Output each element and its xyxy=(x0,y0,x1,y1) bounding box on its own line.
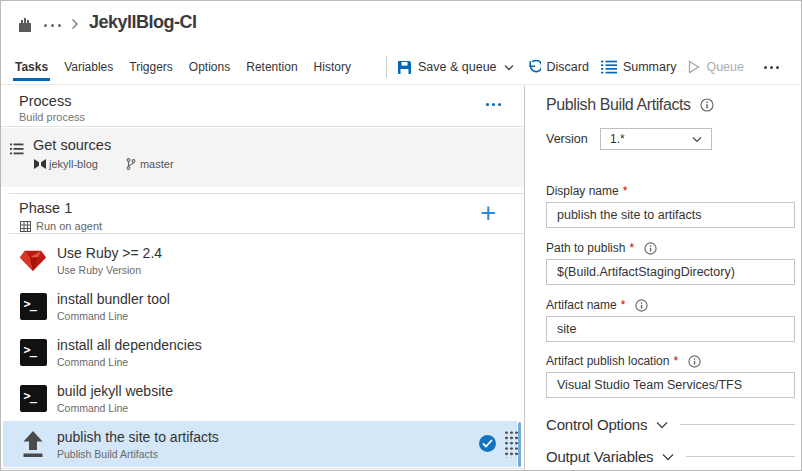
chevron-right-icon xyxy=(71,18,79,30)
task-subtitle: Command Line xyxy=(57,402,128,414)
output-variables-section[interactable]: Output Variables xyxy=(546,448,795,465)
info-icon[interactable] xyxy=(700,98,714,112)
section-divider xyxy=(680,424,795,425)
get-sources-title: Get sources xyxy=(33,137,111,153)
field-label: Display name xyxy=(546,184,619,198)
artifact-publish-location-input[interactable] xyxy=(546,372,795,398)
chevron-down-icon xyxy=(692,136,702,143)
phase-section[interactable]: Phase 1 Run on agent + xyxy=(9,193,524,234)
task-settings-pane: Publish Build Artifacts Version 1.* Disp… xyxy=(526,86,801,470)
field-label: Artifact name xyxy=(546,298,617,312)
build-definition-icon xyxy=(17,16,33,33)
artifact-name-input[interactable] xyxy=(546,316,795,342)
task-row[interactable]: >_ build jekyll website Command Line xyxy=(3,375,517,421)
discard-label: Discard xyxy=(547,60,589,74)
tab-options[interactable]: Options xyxy=(189,49,230,85)
tab-history[interactable]: History xyxy=(314,49,351,85)
branch-icon xyxy=(126,158,136,170)
summary-button[interactable]: Summary xyxy=(601,60,676,74)
task-title: build jekyll website xyxy=(57,383,173,399)
steps-icon xyxy=(10,143,24,156)
agent-grid-icon xyxy=(20,221,31,232)
terminal-icon: >_ xyxy=(19,292,47,320)
toolbar: Save & queue Discard xyxy=(397,49,779,85)
toolbar-divider xyxy=(386,56,387,78)
check-circle-icon xyxy=(479,435,496,452)
repo-icon xyxy=(34,159,46,169)
save-queue-label: Save & queue xyxy=(418,60,497,74)
process-title: Process xyxy=(19,93,71,109)
required-asterisk: * xyxy=(673,354,678,368)
get-sources-section[interactable]: Get sources jekyll-blog master xyxy=(1,128,524,187)
control-options-label: Control Options xyxy=(546,416,647,433)
discard-button[interactable]: Discard xyxy=(526,60,589,75)
info-icon[interactable] xyxy=(688,355,701,368)
task-title: publish the site to artifacts xyxy=(57,429,219,445)
phase-title: Phase 1 xyxy=(19,200,72,216)
branch-name: master xyxy=(140,158,174,170)
tab-triggers[interactable]: Triggers xyxy=(129,49,173,85)
task-subtitle: Command Line xyxy=(57,356,128,368)
field-label: Artifact publish location xyxy=(546,354,669,368)
artifact-publish-location-field: Artifact publish location * xyxy=(546,354,795,398)
task-row[interactable]: >_ install all dependencies Command Line xyxy=(3,329,517,375)
task-subtitle: Command Line xyxy=(57,310,128,322)
version-value: 1.* xyxy=(610,132,625,146)
task-row[interactable]: >_ install bundler tool Command Line xyxy=(3,283,517,329)
required-asterisk: * xyxy=(629,241,634,255)
summary-label: Summary xyxy=(623,60,676,74)
process-subtitle: Build process xyxy=(19,111,85,123)
tab-variables[interactable]: Variables xyxy=(64,49,113,85)
required-asterisk: * xyxy=(621,298,626,312)
play-icon xyxy=(688,60,700,74)
info-icon[interactable] xyxy=(644,242,657,255)
artifact-name-field: Artifact name * xyxy=(546,298,795,342)
task-row[interactable]: Use Ruby >= 2.4 Use Ruby Version xyxy=(3,237,517,283)
more-options-icon[interactable] xyxy=(764,66,779,69)
task-subtitle: Publish Build Artifacts xyxy=(57,448,158,460)
task-list: Use Ruby >= 2.4 Use Ruby Version >_ inst… xyxy=(1,237,524,467)
chevron-down-icon[interactable] xyxy=(504,64,514,71)
output-variables-label: Output Variables xyxy=(546,448,653,465)
tab-retention[interactable]: Retention xyxy=(246,49,297,85)
terminal-icon: >_ xyxy=(19,384,47,412)
display-name-input[interactable] xyxy=(546,202,795,228)
save-queue-button[interactable]: Save & queue xyxy=(397,60,497,75)
required-asterisk: * xyxy=(623,184,628,198)
task-row-selected[interactable]: publish the site to artifacts Publish Bu… xyxy=(3,421,517,467)
process-section[interactable]: Process Build process xyxy=(1,86,524,127)
page-title: JekyllBlog-CI xyxy=(89,12,197,33)
task-title: install bundler tool xyxy=(57,291,170,307)
queue-button[interactable]: Queue xyxy=(688,60,744,74)
version-select[interactable]: 1.* xyxy=(600,128,712,150)
path-to-publish-input[interactable] xyxy=(546,259,795,285)
tab-bar: Tasks Variables Triggers Options Retenti… xyxy=(1,49,801,85)
upload-icon xyxy=(19,430,47,458)
task-title: install all dependencies xyxy=(57,337,202,353)
phase-subtitle: Run on agent xyxy=(36,220,102,232)
path-to-publish-field: Path to publish * xyxy=(546,241,795,285)
display-name-field: Display name * xyxy=(546,184,795,228)
list-icon xyxy=(601,60,617,74)
section-divider xyxy=(686,456,795,457)
repo-name: jekyll-blog xyxy=(49,158,98,170)
save-icon xyxy=(397,60,412,75)
field-label: Path to publish xyxy=(546,241,625,255)
drag-handle-icon[interactable] xyxy=(504,430,519,458)
task-subtitle: Use Ruby Version xyxy=(57,264,141,276)
ruby-icon xyxy=(19,246,47,274)
terminal-icon: >_ xyxy=(19,338,47,366)
tab-tasks[interactable]: Tasks xyxy=(15,49,48,85)
queue-label: Queue xyxy=(706,60,744,74)
panel-title: Publish Build Artifacts xyxy=(546,96,691,114)
control-options-section[interactable]: Control Options xyxy=(546,416,795,433)
add-task-button[interactable]: + xyxy=(480,195,496,231)
breadcrumb-ellipsis-icon[interactable] xyxy=(44,24,61,27)
chevron-down-icon xyxy=(662,453,674,461)
chevron-down-icon xyxy=(656,421,668,429)
info-icon[interactable] xyxy=(635,299,648,312)
header: JekyllBlog-CI xyxy=(1,1,801,49)
process-more-icon[interactable] xyxy=(486,103,501,106)
version-label: Version xyxy=(546,132,588,146)
task-list-scrollbar[interactable] xyxy=(518,422,521,467)
